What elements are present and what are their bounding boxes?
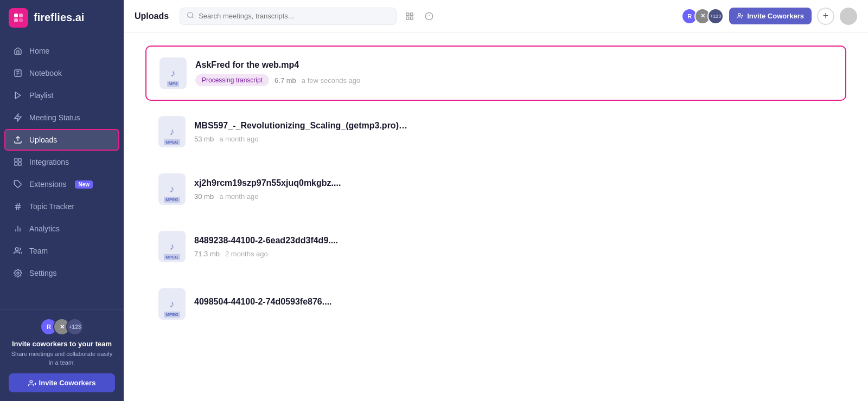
sidebar-item-settings[interactable]: Settings	[4, 262, 119, 284]
sidebar-item-topic-tracker-label: Topic Tracker	[29, 202, 74, 211]
sidebar-item-meeting-status[interactable]: Meeting Status	[4, 107, 119, 128]
sidebar-item-playlist[interactable]: Playlist	[4, 85, 119, 106]
topbar-invite-coworkers-button[interactable]: Invite Coworkers	[729, 8, 812, 24]
search-input[interactable]	[199, 12, 390, 20]
app-name: fireflies.ai	[34, 11, 84, 24]
topbar: Uploads R ✕ +123 Invite Coworkers +	[124, 0, 868, 33]
file-icon-5: ♪ MPEG	[158, 288, 186, 320]
upload-info-4: 8489238-44100-2-6ead23dd3f4d9.... 71.3 m…	[194, 236, 833, 258]
sidebar-item-team[interactable]: Team	[4, 240, 119, 262]
upload-size-4: 71.3 mb	[194, 250, 220, 258]
sidebar-item-notebook[interactable]: Notebook	[4, 62, 119, 84]
zap-icon	[13, 113, 23, 122]
sidebar-item-home[interactable]: Home	[4, 40, 119, 62]
hash-icon	[13, 202, 23, 211]
invite-team-section: R ✕ +123 Invite coworkers to your team S…	[9, 318, 115, 367]
sidebar-item-extensions[interactable]: Extensions New	[4, 173, 119, 195]
file-icon-2: ♪ MPEG	[158, 116, 186, 147]
topbar-invite-btn-label: Invite Coworkers	[747, 12, 804, 20]
upload-name-2: MBS597_-_Revolutionizing_Scaling_(getmp3…	[194, 121, 833, 131]
file-type-badge-2: MPEG	[164, 139, 180, 145]
svg-rect-13	[15, 163, 17, 165]
processing-badge-1: Processing transcript	[195, 74, 269, 86]
top-avatars: R ✕ +123	[681, 8, 724, 24]
users-icon	[13, 246, 23, 256]
file-icon-4: ♪ MPEG	[158, 231, 186, 262]
upload-name-5: 4098504-44100-2-74d0593fe876....	[194, 297, 833, 307]
sidebar-item-home-label: Home	[29, 47, 49, 55]
svg-point-23	[15, 248, 18, 250]
puzzle-icon	[13, 179, 23, 189]
upload-time-4: 2 months ago	[225, 250, 268, 258]
svg-rect-12	[18, 159, 21, 161]
svg-rect-32	[406, 17, 409, 20]
upload-info-3: xj2h9rcm19szp97n55xjuq0mkgbz.... 30 mb a…	[194, 178, 833, 200]
file-type-badge-3: MPEG	[164, 197, 180, 203]
upload-name-1: AskFred for the web.mp4	[195, 60, 832, 70]
add-button[interactable]: +	[817, 8, 834, 25]
upload-time-1: a few seconds ago	[302, 76, 360, 85]
grid-icon	[13, 157, 23, 167]
svg-rect-31	[410, 13, 413, 16]
home-icon	[13, 46, 23, 56]
upload-meta-3: 30 mb a month ago	[194, 192, 833, 200]
invite-desc: Share meetings and collaborate easily in…	[9, 350, 115, 367]
sidebar-invite-btn-label: Invite Coworkers	[39, 379, 96, 387]
svg-rect-14	[18, 163, 21, 165]
upload-time-3: a month ago	[219, 192, 258, 200]
upload-name-4: 8489238-44100-2-6ead23dd3f4d9....	[194, 236, 833, 245]
sidebar-item-notebook-label: Notebook	[29, 69, 62, 77]
file-type-badge-5: MPEG	[164, 312, 180, 318]
sidebar: fireflies.ai Home Notebook Playlist Me	[0, 0, 124, 401]
topbar-right: R ✕ +123 Invite Coworkers +	[681, 8, 857, 25]
upload-size-1: 6.7 mb	[275, 76, 296, 85]
sidebar-item-uploads[interactable]: Uploads	[4, 129, 119, 151]
invite-title: Invite coworkers to your team	[9, 340, 115, 348]
svg-point-37	[738, 14, 741, 16]
svg-line-18	[16, 203, 17, 210]
upload-meta-1: Processing transcript 6.7 mb a few secon…	[195, 74, 832, 86]
svg-rect-1	[19, 14, 23, 17]
settings-icon	[13, 268, 23, 278]
page-title: Uploads	[135, 11, 169, 21]
extensions-badge: New	[75, 180, 93, 189]
playlist-icon	[13, 90, 23, 100]
sidebar-invite-coworkers-button[interactable]: Invite Coworkers	[9, 373, 115, 392]
svg-rect-0	[14, 14, 18, 17]
svg-line-29	[192, 16, 194, 18]
svg-point-24	[17, 272, 19, 274]
svg-line-19	[18, 203, 19, 210]
sidebar-item-analytics-label: Analytics	[29, 224, 60, 233]
notebook-icon	[13, 68, 23, 78]
upload-item-1[interactable]: ♪ MP4 AskFred for the web.mp4 Processing…	[145, 46, 846, 101]
sidebar-item-meeting-status-label: Meeting Status	[29, 113, 80, 122]
bar-chart-icon	[13, 224, 23, 234]
upload-info-1: AskFred for the web.mp4 Processing trans…	[195, 60, 832, 86]
info-icon[interactable]	[423, 10, 436, 23]
invite-avatars: R ✕ +123	[9, 318, 115, 335]
main-content: Uploads R ✕ +123 Invite Coworkers +	[124, 0, 868, 401]
user-avatar[interactable]	[840, 8, 857, 25]
upload-meta-4: 71.3 mb 2 months ago	[194, 250, 833, 258]
upload-size-2: 53 mb	[194, 135, 214, 143]
svg-rect-11	[15, 159, 17, 161]
grid-view-icon[interactable]	[403, 10, 416, 23]
upload-item-4[interactable]: ♪ MPEG 8489238-44100-2-6ead23dd3f4d9....…	[145, 220, 846, 273]
upload-info-2: MBS597_-_Revolutionizing_Scaling_(getmp3…	[194, 121, 833, 143]
sidebar-item-integrations[interactable]: Integrations	[4, 151, 119, 173]
upload-item-3[interactable]: ♪ MPEG xj2h9rcm19szp97n55xjuq0mkgbz.... …	[145, 163, 846, 216]
search-bar[interactable]	[180, 8, 397, 25]
svg-marker-9	[15, 114, 21, 121]
upload-item-2[interactable]: ♪ MPEG MBS597_-_Revolutionizing_Scaling_…	[145, 105, 846, 158]
sidebar-item-topic-tracker[interactable]: Topic Tracker	[4, 196, 119, 217]
sidebar-item-team-label: Team	[29, 247, 48, 255]
upload-time-2: a month ago	[219, 135, 258, 143]
app-logo: fireflies.ai	[0, 0, 124, 35]
file-type-badge-4: MPEG	[164, 254, 180, 260]
upload-meta-2: 53 mb a month ago	[194, 135, 833, 143]
upload-item-5[interactable]: ♪ MPEG 4098504-44100-2-74d0593fe876....	[145, 277, 846, 331]
sidebar-item-analytics[interactable]: Analytics	[4, 218, 119, 240]
search-icon	[187, 11, 194, 21]
upload-name-3: xj2h9rcm19szp97n55xjuq0mkgbz....	[194, 178, 833, 188]
file-icon-3: ♪ MPEG	[158, 173, 186, 205]
